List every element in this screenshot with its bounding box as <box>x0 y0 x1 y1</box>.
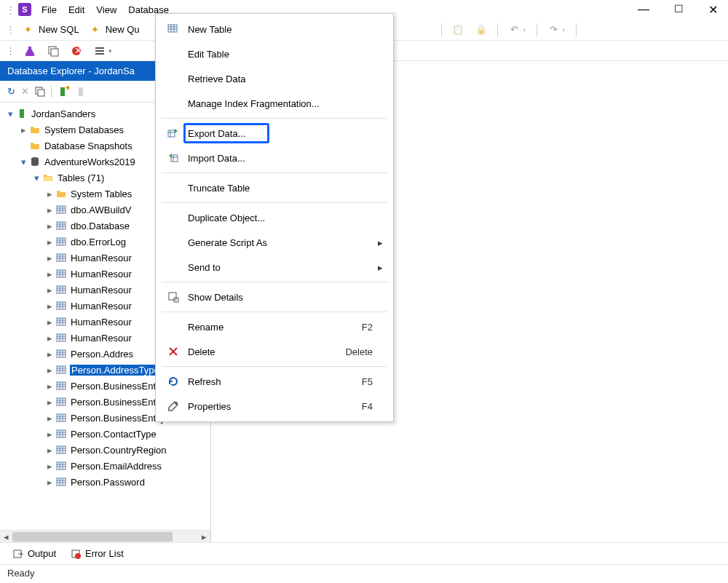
output-tab[interactable]: Output <box>13 548 56 559</box>
expander-icon[interactable]: ▸ <box>45 221 54 230</box>
svg-rect-10 <box>79 87 83 96</box>
expander-icon[interactable]: ▸ <box>45 477 54 486</box>
refresh-icon[interactable]: ↻ <box>7 86 15 97</box>
toolbar-separator <box>51 85 52 98</box>
folder-icon <box>55 188 67 199</box>
menu-item-label: Truncate Table <box>183 183 373 194</box>
tree-table-row[interactable]: ▸Person.ContactType <box>0 426 210 442</box>
scroll-thumb[interactable] <box>12 532 173 542</box>
new-query-button[interactable]: ✦ New Qu <box>87 23 144 37</box>
expander-icon[interactable]: ▾ <box>19 157 28 166</box>
tree-label: HumanResour <box>70 333 132 344</box>
menu-item-refresh[interactable]: RefreshF5 <box>156 369 393 394</box>
tree-table-row[interactable]: ▸Person.Password <box>0 474 210 490</box>
undo-button[interactable]: ↶ ▾ <box>504 23 531 37</box>
cancel-button[interactable]: ✕ <box>66 44 87 58</box>
chevron-down-icon: ▾ <box>108 47 112 55</box>
server-icon-disabled[interactable] <box>75 86 87 98</box>
expander-icon[interactable]: ▾ <box>32 173 41 182</box>
expander-icon[interactable]: ▸ <box>19 125 28 134</box>
table-icon <box>55 396 67 408</box>
tree-table-row[interactable]: ▸Person.CountryRegion <box>0 442 210 458</box>
menu-item-label: Retrieve Data <box>183 74 373 84</box>
expander-icon[interactable]: ▸ <box>45 381 54 390</box>
query-star-icon: ✦ <box>91 24 103 36</box>
delete-icon[interactable]: ✕ <box>21 86 29 97</box>
table-icon <box>55 268 67 279</box>
menu-edit[interactable]: Edit <box>63 3 90 17</box>
menu-item-retrieve-data[interactable]: Retrieve Data <box>156 66 393 91</box>
expander-icon[interactable]: ▸ <box>45 461 54 470</box>
expander-icon[interactable]: ▾ <box>6 109 15 118</box>
menu-item-duplicate-object[interactable]: Duplicate Object... <box>156 205 393 230</box>
svg-rect-14 <box>57 222 66 229</box>
expander-icon[interactable]: ▸ <box>45 285 54 294</box>
expander-icon[interactable]: ▸ <box>45 333 54 342</box>
minimize-button[interactable]: — <box>638 3 649 17</box>
menu-item-manage-index-fragmentation[interactable]: Manage Index Fragmentation... <box>156 91 393 116</box>
menu-shortcut: Delete <box>345 346 373 357</box>
menu-item-delete[interactable]: DeleteDelete <box>156 339 393 364</box>
svg-rect-16 <box>57 254 66 261</box>
scroll-right-icon[interactable]: ▸ <box>198 531 210 543</box>
scroll-left-icon[interactable]: ◂ <box>0 531 12 543</box>
new-sql-button[interactable]: ✦ New SQL <box>20 23 84 37</box>
menu-item-show-details[interactable]: Show Details <box>156 285 393 309</box>
svg-rect-15 <box>57 238 66 245</box>
redo-button[interactable]: ↷ ▾ <box>543 23 570 37</box>
menu-item-label: Show Details <box>183 292 373 303</box>
close-button[interactable]: ✕ <box>708 3 718 17</box>
folder-icon <box>29 124 41 135</box>
new-query-label: New Qu <box>106 24 140 35</box>
menu-view[interactable]: View <box>90 3 122 17</box>
menu-item-edit-table[interactable]: Edit Table <box>156 41 393 66</box>
expander-icon[interactable]: ▸ <box>45 205 54 214</box>
paste-button[interactable]: 📋 <box>448 23 468 37</box>
menu-separator <box>162 172 387 173</box>
expander-icon[interactable]: ▸ <box>45 269 54 278</box>
menu-item-new-table[interactable]: New Table <box>156 17 393 41</box>
lock-button[interactable]: 🔒 <box>471 23 491 37</box>
menu-separator <box>162 202 387 203</box>
windows-button[interactable] <box>43 44 63 58</box>
windows-icon[interactable] <box>35 87 45 97</box>
error-list-tab[interactable]: Error List <box>71 548 124 559</box>
tree-label: System Databases <box>44 124 124 135</box>
menu-item-export-data[interactable]: Export Data... <box>156 121 393 146</box>
flask-button[interactable] <box>20 44 40 58</box>
svg-rect-26 <box>57 414 66 421</box>
menu-item-truncate-table[interactable]: Truncate Table <box>156 175 393 200</box>
expander-icon[interactable]: ▸ <box>45 349 54 358</box>
expander-icon[interactable]: ▸ <box>45 445 54 454</box>
menu-item-import-data[interactable]: Import Data... <box>156 146 393 170</box>
window-controls: — ☐ ✕ <box>638 3 728 17</box>
horizontal-scrollbar[interactable]: ◂ ▸ <box>0 530 210 542</box>
list-button[interactable]: ▾ <box>90 44 116 58</box>
submenu-arrow-icon: ▸ <box>373 262 383 273</box>
svg-text:✦: ✦ <box>24 24 32 35</box>
menu-file[interactable]: File <box>36 3 63 17</box>
menu-item-rename[interactable]: RenameF2 <box>156 314 393 339</box>
menu-item-label: Send to <box>183 262 373 273</box>
expander-icon[interactable]: ▸ <box>45 237 54 246</box>
menu-item-label: Manage Index Fragmentation... <box>183 98 373 109</box>
tree-table-row[interactable]: ▸Person.EmailAddress <box>0 458 210 474</box>
menu-separator <box>162 366 387 367</box>
cancel-icon: ✕ <box>71 45 82 57</box>
maximize-button[interactable]: ☐ <box>674 3 684 17</box>
menu-item-properties[interactable]: PropertiesF4 <box>156 394 393 419</box>
add-server-icon[interactable]: ✦ <box>58 86 69 98</box>
expander-icon[interactable]: ▸ <box>45 189 54 198</box>
expander-icon[interactable]: ▸ <box>45 413 54 422</box>
expander-icon[interactable]: ▸ <box>45 253 54 262</box>
svg-rect-36 <box>171 155 178 162</box>
refresh-icon <box>163 376 183 387</box>
expander-icon[interactable]: ▸ <box>45 317 54 326</box>
expander-icon[interactable]: ▸ <box>45 365 54 374</box>
menu-item-send-to[interactable]: Send to▸ <box>156 255 393 279</box>
menu-item-generate-script-as[interactable]: Generate Script As▸ <box>156 230 393 255</box>
expander-icon[interactable]: ▸ <box>45 429 54 438</box>
expander-icon[interactable]: ▸ <box>45 397 54 406</box>
expander-icon[interactable]: ▸ <box>45 301 54 310</box>
svg-rect-27 <box>57 430 66 437</box>
